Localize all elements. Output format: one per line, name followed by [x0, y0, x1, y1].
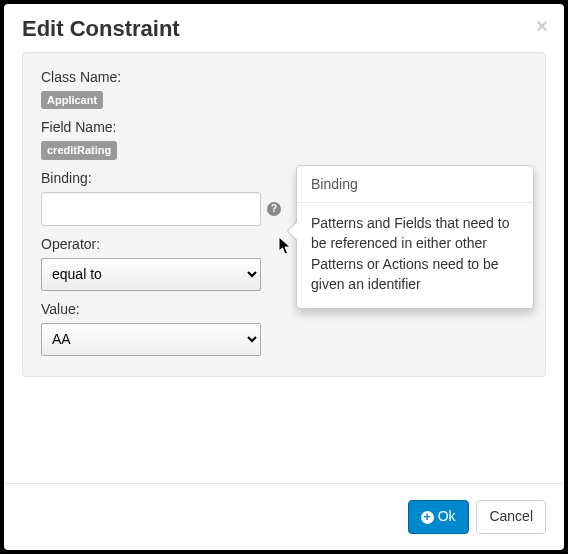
plus-circle-icon: + [421, 511, 434, 524]
field-name-tag: creditRating [41, 141, 117, 159]
class-name-tag: Applicant [41, 91, 103, 109]
value-select[interactable]: AA [41, 323, 261, 356]
binding-popover: Binding Patterns and Fields that need to… [296, 165, 534, 309]
binding-input[interactable] [41, 192, 261, 226]
class-name-label: Class Name: [41, 69, 527, 85]
ok-button-label: Ok [438, 507, 456, 527]
cancel-button[interactable]: Cancel [476, 500, 546, 534]
popover-arrow [287, 221, 297, 241]
help-icon[interactable]: ? [267, 202, 281, 216]
modal-body: Class Name: Applicant Field Name: credit… [4, 52, 564, 483]
popover-content: Patterns and Fields that need to be refe… [297, 203, 533, 308]
close-icon[interactable]: × [536, 16, 548, 36]
modal-footer: + Ok Cancel [4, 483, 564, 550]
popover-title: Binding [297, 166, 533, 203]
operator-select[interactable]: equal to [41, 258, 261, 291]
cancel-button-label: Cancel [489, 507, 533, 527]
field-name-label: Field Name: [41, 119, 527, 135]
modal-header: Edit Constraint × [4, 4, 564, 52]
modal-title: Edit Constraint [22, 16, 546, 42]
ok-button[interactable]: + Ok [408, 500, 469, 534]
edit-constraint-modal: Edit Constraint × Class Name: Applicant … [4, 4, 564, 550]
